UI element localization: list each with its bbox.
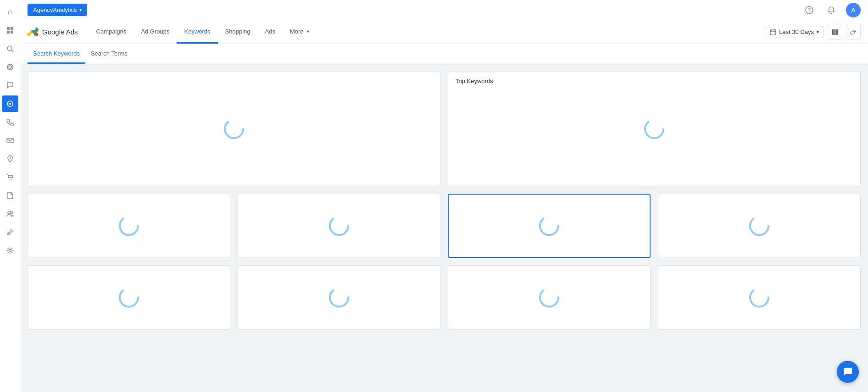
avatar-letter: A <box>851 6 855 14</box>
svg-rect-28 <box>836 29 838 35</box>
loading-spinner-8 <box>748 286 770 308</box>
agency-chevron-icon: ▾ <box>79 7 82 12</box>
nav-right-actions: Last 30 Days ▾ <box>765 25 861 39</box>
nav-tabs: Campaigns Ad Groups Keywords Shopping Ad… <box>89 20 317 44</box>
target-icon[interactable] <box>2 95 18 112</box>
svg-point-20 <box>35 33 39 36</box>
metric-card-4 <box>658 194 861 258</box>
metric-card-2 <box>238 194 440 258</box>
svg-rect-10 <box>7 138 13 143</box>
chart-icon[interactable] <box>2 59 18 75</box>
svg-rect-2 <box>7 31 10 34</box>
svg-point-31 <box>120 217 138 235</box>
top-keywords-title: Top Keywords <box>456 78 493 84</box>
bottom-card-row-2 <box>28 265 861 330</box>
users-icon[interactable] <box>2 206 18 222</box>
phone-icon[interactable] <box>2 114 18 130</box>
tab-more[interactable]: More ▾ <box>283 20 317 44</box>
date-picker-label: Last 30 Days <box>779 28 814 35</box>
svg-point-34 <box>750 217 768 235</box>
loading-spinner-6 <box>328 286 350 308</box>
svg-line-5 <box>11 50 13 52</box>
doc-icon[interactable] <box>2 187 18 204</box>
sub-tab-search-terms[interactable]: Search Terms <box>85 44 133 64</box>
svg-point-6 <box>7 64 13 70</box>
metric-card-3 <box>448 194 651 258</box>
svg-point-11 <box>9 157 11 159</box>
svg-point-33 <box>540 217 558 235</box>
loading-spinner-2 <box>328 215 350 237</box>
svg-point-17 <box>9 250 11 252</box>
agency-analytics-label: AgencyAnalytics <box>33 6 77 13</box>
loading-spinner-main <box>223 118 245 140</box>
avatar[interactable]: A <box>846 3 861 17</box>
svg-point-14 <box>8 211 11 214</box>
tab-ad-groups[interactable]: Ad Groups <box>134 20 177 44</box>
help-icon[interactable]: ? <box>802 3 817 17</box>
home-icon[interactable]: ⌂ <box>2 4 18 20</box>
chat-button[interactable] <box>837 361 859 383</box>
svg-point-13 <box>11 179 12 180</box>
content-area: Top Keywords <box>20 64 868 392</box>
svg-point-30 <box>645 120 663 138</box>
tab-shopping[interactable]: Shopping <box>218 20 258 44</box>
svg-point-7 <box>9 66 11 68</box>
ads-nav-bar: Google Ads Campaigns Ad Groups Keywords … <box>20 20 868 44</box>
svg-point-36 <box>330 288 348 307</box>
metric-card-8 <box>658 265 861 330</box>
sub-tab-search-keywords[interactable]: Search Keywords <box>28 44 85 64</box>
svg-rect-1 <box>11 27 13 30</box>
metric-card-5 <box>28 265 230 330</box>
email-icon[interactable] <box>2 132 18 149</box>
svg-point-38 <box>750 288 768 307</box>
agency-analytics-button[interactable]: AgencyAnalytics ▾ <box>28 4 87 16</box>
svg-point-29 <box>225 120 243 138</box>
loading-spinner-3 <box>538 215 560 237</box>
metric-card-1 <box>28 194 230 258</box>
top-card-row: Top Keywords <box>28 72 861 186</box>
svg-point-35 <box>120 288 138 307</box>
metric-card-6 <box>238 265 440 330</box>
settings-icon[interactable] <box>2 242 18 259</box>
top-header: AgencyAnalytics ▾ ? A <box>20 0 868 20</box>
search-icon[interactable] <box>2 40 18 57</box>
svg-rect-27 <box>835 29 836 35</box>
cart-icon[interactable] <box>2 169 18 185</box>
sub-tabs: Search Keywords Search Terms <box>20 44 868 64</box>
svg-point-15 <box>11 212 13 213</box>
svg-text:?: ? <box>808 7 811 13</box>
loading-spinner-7 <box>538 286 560 308</box>
svg-point-32 <box>330 217 348 235</box>
chat-bubble-icon[interactable] <box>2 77 18 94</box>
google-ads-title: Google Ads <box>42 28 78 36</box>
google-ads-logo: Google Ads <box>28 27 78 38</box>
pin-icon[interactable] <box>2 224 18 241</box>
top-keywords-card: Top Keywords <box>448 72 861 186</box>
svg-point-37 <box>540 288 558 307</box>
svg-rect-22 <box>770 30 776 35</box>
columns-button[interactable] <box>828 25 842 39</box>
bottom-card-row-1 <box>28 194 861 258</box>
svg-rect-3 <box>11 31 13 34</box>
svg-point-12 <box>9 179 10 180</box>
loading-spinner-top-keywords <box>643 118 665 140</box>
grid-icon[interactable] <box>2 22 18 39</box>
location-icon[interactable] <box>2 151 18 167</box>
loading-spinner-4 <box>748 215 770 237</box>
tab-ads[interactable]: Ads <box>258 20 283 44</box>
tab-keywords[interactable]: Keywords <box>177 20 217 44</box>
loading-spinner-5 <box>118 286 140 308</box>
header-right-actions: ? A <box>802 3 861 17</box>
svg-rect-26 <box>832 29 834 35</box>
main-area: AgencyAnalytics ▾ ? A <box>20 0 868 392</box>
far-left-sidebar: ⌂ <box>0 0 20 392</box>
date-picker-button[interactable]: Last 30 Days ▾ <box>765 26 824 38</box>
svg-point-9 <box>9 103 11 105</box>
share-button[interactable] <box>846 25 861 39</box>
date-picker-chevron: ▾ <box>817 29 819 34</box>
loading-spinner-1 <box>118 215 140 237</box>
main-chart-card <box>28 72 440 186</box>
more-chevron-icon: ▾ <box>307 29 309 34</box>
tab-campaigns[interactable]: Campaigns <box>89 20 134 44</box>
bell-icon[interactable] <box>824 3 839 17</box>
